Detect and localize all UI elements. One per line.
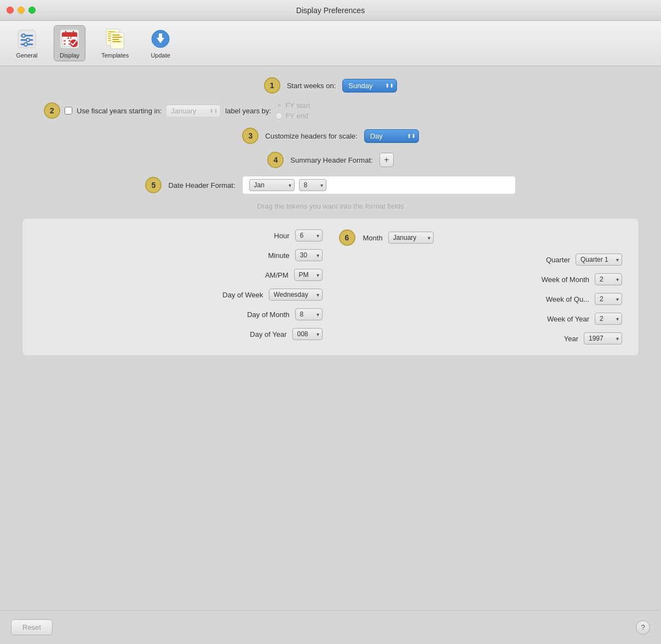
toolbar-item-templates[interactable]: Templates: [96, 25, 134, 61]
step-6-circle: 6: [339, 229, 355, 246]
main-content: 1 Start weeks on: Sunday Monday Saturday…: [0, 66, 661, 610]
fy-start-row: FY start: [275, 101, 310, 110]
week-of-year-select[interactable]: 2 1: [595, 313, 622, 325]
month-label: Month: [363, 234, 383, 242]
token-row-day-of-week: Day of Week Wednesday MondayTuesday: [39, 289, 323, 301]
step-1-circle: 1: [264, 77, 280, 94]
reset-button[interactable]: Reset: [11, 619, 53, 635]
week-of-month-select[interactable]: 2 1: [595, 273, 622, 285]
quarter-label: Quarter: [546, 256, 570, 264]
toolbar-item-update[interactable]: Update: [145, 25, 176, 61]
fiscal-label: Use fiscal years starting in:: [77, 107, 162, 115]
fy-end-label: FY end: [285, 112, 308, 120]
fy-start-radio[interactable]: [275, 102, 283, 109]
token-row-year: Year 1997 2023: [339, 332, 623, 344]
hour-label: Hour: [274, 232, 289, 240]
date-header-label: Date Header Format:: [168, 181, 235, 189]
fy-start-label: FY start: [285, 101, 310, 110]
token-row-minute: Minute 30 0015: [39, 249, 323, 261]
help-button[interactable]: ?: [636, 620, 650, 635]
day-of-week-select-wrapper: Wednesday MondayTuesday: [269, 289, 323, 301]
token-row-week-of-month: Week of Month 2 1: [339, 273, 623, 285]
token-row-week-of-year: Week of Year 2 1: [339, 313, 623, 325]
customize-select-wrapper: Day Week Month Quarter Year: [364, 129, 419, 143]
window-title: Display Preferences: [296, 6, 365, 15]
fy-end-radio[interactable]: [275, 112, 283, 119]
week-of-month-label: Week of Month: [542, 275, 589, 284]
day-of-year-label: Day of Year: [250, 330, 286, 338]
day-of-month-select[interactable]: 8: [295, 308, 323, 320]
step-3-circle: 3: [242, 128, 258, 144]
templates-label: Templates: [101, 52, 129, 59]
day-of-week-label: Day of Week: [222, 291, 263, 299]
minute-select-wrapper: 30 0015: [295, 249, 323, 261]
quarter-select-wrapper: Quarter 1 Quarter 2: [576, 254, 622, 266]
svg-rect-15: [68, 40, 71, 42]
start-weeks-select[interactable]: Sunday Monday Saturday: [342, 79, 397, 93]
summary-header-row: 4 Summary Header Format: +: [22, 152, 639, 168]
hour-select-wrapper: 6 12: [295, 229, 323, 242]
update-label: Update: [151, 52, 170, 59]
fiscal-checkbox[interactable]: [65, 107, 72, 114]
day-of-month-select-wrapper: 8: [295, 308, 323, 320]
token-row-quarter: Quarter Quarter 1 Quarter 2: [339, 254, 623, 266]
start-weeks-row: 1 Start weeks on: Sunday Monday Saturday: [22, 77, 639, 94]
date-header-box: Jan February March 8 1 15: [242, 176, 516, 194]
start-weeks-select-wrapper: Sunday Monday Saturday: [342, 79, 397, 93]
summary-plus-button[interactable]: +: [380, 153, 394, 167]
day-of-year-select-wrapper: 008: [292, 328, 323, 340]
ampm-select[interactable]: PM AM: [294, 269, 323, 281]
ampm-select-wrapper: PM AM: [294, 269, 323, 281]
week-of-quarter-select[interactable]: 2 1: [595, 293, 622, 305]
update-icon: [150, 28, 171, 50]
fiscal-select[interactable]: January February March: [166, 105, 221, 117]
month-select[interactable]: January February: [388, 232, 434, 244]
month-select-wrapper: January February: [388, 232, 434, 244]
year-select[interactable]: 1997 2023: [584, 332, 622, 344]
fy-radio-group: FY start FY end: [275, 101, 310, 120]
token-row-day-of-month: Day of Month 8: [39, 308, 323, 320]
svg-rect-14: [64, 40, 66, 42]
date-8-select[interactable]: 8 1 15: [299, 179, 326, 191]
traffic-lights: [7, 7, 36, 14]
week-of-quarter-select-wrapper: 2 1: [595, 293, 622, 305]
week-of-month-select-wrapper: 2 1: [595, 273, 622, 285]
summary-header-label: Summary Header Format:: [290, 156, 372, 164]
start-weeks-label: Start weeks on:: [287, 82, 336, 90]
date-jan-wrapper: Jan February March: [249, 179, 295, 191]
minimize-button[interactable]: [18, 7, 25, 14]
hour-select[interactable]: 6 12: [295, 229, 323, 242]
year-select-wrapper: 1997 2023: [584, 332, 622, 344]
templates-icon: [104, 28, 126, 50]
year-label: Year: [564, 335, 578, 343]
customize-headers-row: 3 Customize headers for scale: Day Week …: [22, 128, 639, 144]
close-button[interactable]: [7, 7, 14, 14]
tokens-grid: Hour 6 12 Minute 30 0015: [39, 229, 622, 344]
fiscal-years-row: 2 Use fiscal years starting in: January …: [22, 101, 639, 120]
bottom-bar: Reset ?: [0, 610, 661, 644]
customize-select[interactable]: Day Week Month Quarter Year: [364, 129, 419, 143]
svg-text:17: 17: [67, 34, 72, 40]
day-of-week-select[interactable]: Wednesday MondayTuesday: [269, 289, 323, 301]
display-icon: 17: [59, 28, 81, 50]
step-4-circle: 4: [267, 152, 284, 168]
svg-rect-27: [112, 34, 120, 36]
step-5-circle: 5: [145, 177, 162, 193]
week-of-quarter-label: Week of Qu...: [546, 295, 589, 303]
svg-point-2: [22, 34, 25, 37]
maximize-button[interactable]: [28, 7, 36, 14]
minute-select[interactable]: 30 0015: [295, 249, 323, 261]
token-row-hour: Hour 6 12: [39, 229, 323, 242]
date-jan-select[interactable]: Jan February March: [249, 179, 295, 191]
quarter-select[interactable]: Quarter 1 Quarter 2: [576, 254, 622, 266]
toolbar-item-display[interactable]: 17 Display: [54, 25, 85, 61]
fy-end-row: FY end: [275, 112, 310, 120]
token-row-week-of-quarter: Week of Qu... 2 1: [339, 293, 623, 305]
toolbar-item-general[interactable]: General: [11, 25, 43, 61]
svg-rect-30: [112, 41, 121, 42]
day-of-year-select[interactable]: 008: [292, 328, 323, 340]
svg-point-6: [24, 43, 27, 46]
general-label: General: [16, 52, 37, 59]
toolbar: General 17 Display: [0, 21, 661, 66]
svg-rect-28: [112, 37, 122, 38]
